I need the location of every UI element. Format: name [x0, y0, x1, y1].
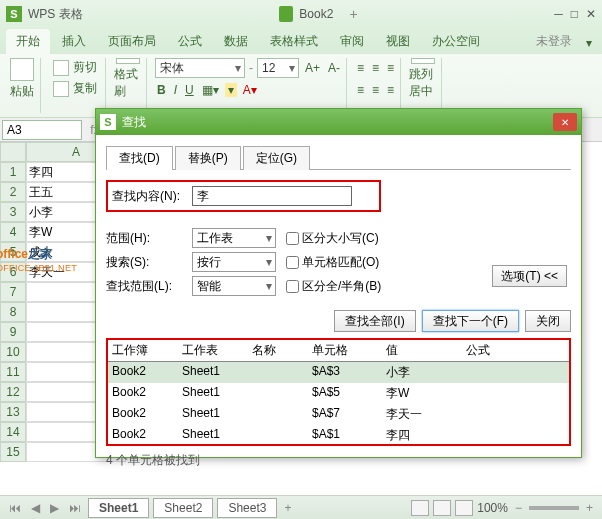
menu-start[interactable]: 开始	[6, 29, 50, 54]
sheet-nav-prev[interactable]: ◀	[28, 501, 43, 515]
maximize-icon[interactable]: □	[571, 7, 578, 21]
cell-reference[interactable]: A3	[2, 120, 82, 140]
result-row[interactable]: Book2Sheet1$A$5李W	[108, 383, 569, 404]
zoom-in[interactable]: +	[583, 501, 596, 515]
zoom-slider[interactable]	[529, 506, 579, 510]
find-all-button[interactable]: 查找全部(I)	[334, 310, 415, 332]
copy-button[interactable]: 复制	[49, 79, 101, 98]
result-row[interactable]: Book2Sheet1$A$3小李	[108, 362, 569, 383]
sheet-tab-3[interactable]: Sheet3	[217, 498, 277, 518]
sheet-add[interactable]: +	[281, 501, 294, 515]
row-header[interactable]: 12	[0, 382, 26, 402]
row-header[interactable]: 15	[0, 442, 26, 462]
view-break[interactable]	[455, 500, 473, 516]
fill-color-button[interactable]: ▾	[225, 83, 237, 97]
menu-view[interactable]: 视图	[376, 29, 420, 54]
menu-office[interactable]: 办公空间	[422, 29, 490, 54]
align-left[interactable]: ≡	[355, 83, 366, 97]
row-header[interactable]: 9	[0, 322, 26, 342]
menu-layout[interactable]: 页面布局	[98, 29, 166, 54]
doc-name[interactable]: Book2	[299, 7, 333, 21]
row-header[interactable]: 2	[0, 182, 26, 202]
menu-dropdown[interactable]: ▾	[582, 32, 596, 54]
find-content-input[interactable]	[192, 186, 352, 206]
tab-goto[interactable]: 定位(G)	[243, 146, 310, 170]
result-row[interactable]: Book2Sheet1$A$1李四	[108, 425, 569, 446]
find-next-button[interactable]: 查找下一个(F)	[422, 310, 519, 332]
align-bot[interactable]: ≡	[385, 61, 396, 75]
align-mid[interactable]: ≡	[370, 61, 381, 75]
menu-review[interactable]: 审阅	[330, 29, 374, 54]
find-results: 工作簿 工作表 名称 单元格 值 公式 Book2Sheet1$A$3小李Boo…	[106, 338, 571, 446]
minimize-icon[interactable]: ─	[554, 7, 563, 21]
row-header[interactable]: 3	[0, 202, 26, 222]
font-grow[interactable]: A+	[303, 61, 322, 75]
tab-find[interactable]: 查找(D)	[106, 146, 173, 170]
row-header[interactable]: 10	[0, 342, 26, 362]
search-select[interactable]: 按行	[192, 252, 276, 272]
menu-insert[interactable]: 插入	[52, 29, 96, 54]
dialog-titlebar[interactable]: S 查找 ✕	[96, 109, 581, 135]
row-header[interactable]: 7	[0, 282, 26, 302]
cut-button[interactable]: 剪切	[49, 58, 101, 77]
view-page[interactable]	[433, 500, 451, 516]
view-normal[interactable]	[411, 500, 429, 516]
titlebar: S WPS 表格 Book2 + ─ □ ✕	[0, 0, 602, 28]
login-link[interactable]: 未登录	[528, 29, 580, 54]
zoom-out[interactable]: −	[512, 501, 525, 515]
row-header[interactable]: 14	[0, 422, 26, 442]
font-shrink[interactable]: A-	[326, 61, 342, 75]
result-row[interactable]: Book2Sheet1$A$7李天一	[108, 404, 569, 425]
dialog-close-button[interactable]: ✕	[553, 113, 577, 131]
menu-data[interactable]: 数据	[214, 29, 258, 54]
close-button[interactable]: 关闭	[525, 310, 571, 332]
font-color-button[interactable]: A▾	[241, 83, 259, 97]
align-right[interactable]: ≡	[385, 83, 396, 97]
sheet-nav-first[interactable]: ⏮	[6, 501, 24, 515]
sheet-tab-1[interactable]: Sheet1	[88, 498, 149, 518]
paste-label: 粘贴	[10, 83, 34, 100]
halfwidth-checkbox[interactable]	[286, 280, 299, 293]
row-header[interactable]: 8	[0, 302, 26, 322]
align-top[interactable]: ≡	[355, 61, 366, 75]
zoom-level[interactable]: 100%	[477, 501, 508, 515]
lookin-select[interactable]: 智能	[192, 276, 276, 296]
underline-button[interactable]: U	[183, 83, 196, 97]
row-header[interactable]: 13	[0, 402, 26, 422]
row-header[interactable]: 11	[0, 362, 26, 382]
menu-formula[interactable]: 公式	[168, 29, 212, 54]
doc-icon	[279, 6, 293, 22]
case-checkbox[interactable]	[286, 232, 299, 245]
row-header[interactable]: 4	[0, 222, 26, 242]
border-button[interactable]: ▦▾	[200, 83, 221, 97]
new-doc-button[interactable]: +	[349, 6, 357, 22]
hdr-name[interactable]: 名称	[248, 340, 308, 361]
hdr-value[interactable]: 值	[382, 340, 462, 361]
font-size-select[interactable]: 12	[257, 58, 299, 78]
hdr-worksheet[interactable]: 工作表	[178, 340, 248, 361]
row-header[interactable]: 6	[0, 262, 26, 282]
sheet-nav-last[interactable]: ⏭	[66, 501, 84, 515]
row-header[interactable]: 1	[0, 162, 26, 182]
menu-style[interactable]: 表格样式	[260, 29, 328, 54]
format-brush-button[interactable]: 格式刷	[114, 58, 142, 100]
hdr-cell[interactable]: 单元格	[308, 340, 382, 361]
sheet-tab-2[interactable]: Sheet2	[153, 498, 213, 518]
close-icon[interactable]: ✕	[586, 7, 596, 21]
options-toggle-button[interactable]: 选项(T) <<	[492, 265, 567, 287]
hdr-workbook[interactable]: 工作簿	[108, 340, 178, 361]
paste-button[interactable]: 粘贴	[8, 58, 36, 100]
bold-button[interactable]: B	[155, 83, 168, 97]
row-header[interactable]: 5	[0, 242, 26, 262]
merge-button[interactable]: 跳列居中	[409, 58, 437, 100]
sheet-nav-next[interactable]: ▶	[47, 501, 62, 515]
scope-select[interactable]: 工作表	[192, 228, 276, 248]
hdr-formula[interactable]: 公式	[462, 340, 522, 361]
align-center[interactable]: ≡	[370, 83, 381, 97]
tab-replace[interactable]: 替换(P)	[175, 146, 241, 170]
whole-checkbox[interactable]	[286, 256, 299, 269]
font-select[interactable]: 宋体	[155, 58, 245, 78]
select-all-corner[interactable]	[0, 142, 26, 162]
app-logo: S	[6, 6, 22, 22]
italic-button[interactable]: I	[172, 83, 179, 97]
